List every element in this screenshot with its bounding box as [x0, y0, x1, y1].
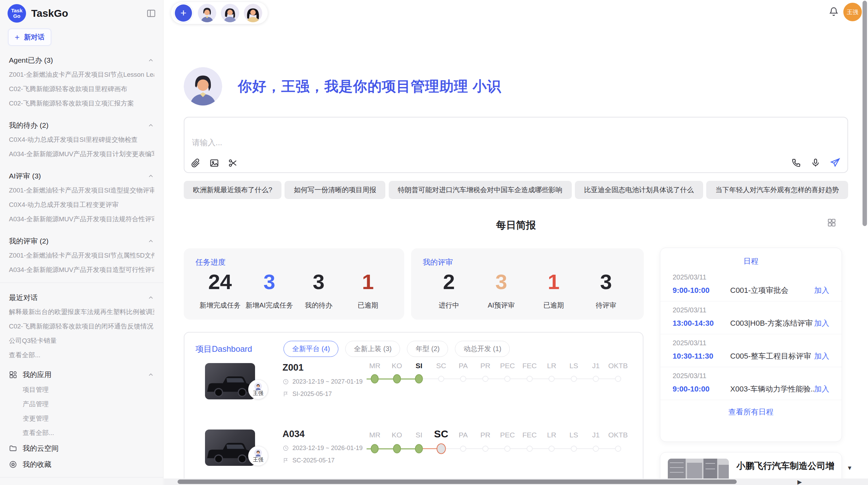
agent-avatar-1[interactable]	[198, 4, 216, 22]
scroll-down-arrow[interactable]: ▼	[847, 465, 853, 471]
project-row-z001[interactable]: 王强 Z001 2023-12-19 ~ 2027-01-19 SI-2025-…	[205, 360, 632, 426]
microphone-icon[interactable]	[810, 158, 821, 168]
sidebar-item[interactable]: C0X4-动力总成开发项目工程变更评审	[9, 198, 154, 212]
join-meeting-link[interactable]: 加入	[814, 285, 829, 296]
sidebar-item[interactable]: C02-飞腾新能源轻客改款项目立项汇报方案	[9, 96, 154, 111]
sidebar-item-view-all[interactable]: 查看全部...	[9, 348, 154, 362]
schedule-time: 13:00-14:30	[673, 319, 730, 328]
vertical-scrollbar[interactable]	[863, 0, 867, 478]
input-toolbar-left	[191, 158, 238, 168]
sidebar-item[interactable]: C02-飞腾新能源轻客改款项目里程碑画布	[9, 82, 154, 96]
horizontal-scrollbar[interactable]	[164, 478, 868, 485]
agent-avatar-2[interactable]	[221, 4, 239, 22]
stat-label: AI预评审	[475, 301, 528, 310]
section-agent-done[interactable]: Agent已办 (3)	[9, 53, 154, 67]
section-my-review[interactable]: 我的评审 (2)	[9, 234, 154, 248]
app-logo: Task Go	[8, 4, 26, 23]
collapse-sidebar-icon[interactable]	[146, 8, 156, 18]
agent-switcher: +	[171, 2, 268, 24]
horizontal-scrollbar-thumb[interactable]	[178, 480, 737, 484]
sidebar-item[interactable]: A034-全新新能源MUV产品开发项目法规符合性评审	[9, 212, 154, 226]
project-dashboard-card: 项目Dashboard 全新平台 (4) 全新上装 (3) 年型 (2) 动总开…	[184, 332, 643, 485]
stat-overdue: 1 已逾期	[343, 268, 393, 310]
suggestion-chip[interactable]: 特朗普可能对进口汽车增税会对中国车企造成哪些影响	[389, 181, 572, 199]
agent-avatar-3[interactable]	[244, 4, 262, 22]
sidebar-item-project-mgmt[interactable]: 项目管理	[9, 383, 154, 397]
sidebar-item-product-mgmt[interactable]: 产品管理	[9, 397, 154, 411]
sidebar-item[interactable]: Z001-全新燃油皮卡产品开发项目SI节点Lesson Learn报告	[9, 67, 154, 82]
milestone-labels: MR KO SI SC PA PR PEC FEC LR LS J1 OKTB	[364, 362, 629, 370]
project-name: A034	[282, 429, 363, 439]
user-avatar-label: 王强	[847, 8, 858, 16]
clock-icon	[282, 445, 289, 451]
send-icon[interactable]	[830, 157, 841, 168]
plus-icon: +	[175, 4, 192, 22]
project-vehicle-image	[205, 363, 255, 399]
sidebar-item-my-apps[interactable]: 我的应用	[9, 366, 154, 383]
milestone-dot-done	[393, 374, 401, 384]
tab-new-body[interactable]: 全新上装 (3)	[345, 341, 400, 357]
join-meeting-link[interactable]: 加入	[814, 384, 829, 394]
milestone-timeline: MR KO SI SC PA PR PEC FEC LR LS J1 OKTB	[364, 362, 629, 387]
sidebar-item[interactable]: A034-全新新能源MUV产品开发项目造型可行性评审	[9, 263, 154, 277]
vertical-scrollbar-thumb[interactable]	[863, 1, 867, 226]
sidebar-item[interactable]: C0X4-动力总成开发项目SI里程碑提交物检查	[9, 133, 154, 147]
user-avatar[interactable]: 王强	[843, 3, 862, 21]
new-chat-button[interactable]: + 新对话	[8, 29, 51, 46]
sidebar-item-ai-staff[interactable]: AI超级员工	[9, 481, 154, 485]
sidebar-item[interactable]: C02-飞腾新能源轻客改款项目的闭环通告反馈情况	[9, 319, 154, 334]
section-ai-review[interactable]: AI评审 (3)	[9, 169, 154, 183]
notifications-bell-icon[interactable]	[828, 6, 839, 17]
schedule-date: 2025/03/11	[673, 372, 829, 380]
schedule-entry: 2025/03/11 9:00-10:00 X003-车辆动力学性能验... 加…	[660, 367, 842, 400]
suggestion-chip[interactable]: 欧洲新规最近颁布了什么?	[184, 181, 281, 199]
schedule-event-title: C001-立项审批会	[730, 285, 814, 296]
project-row-a034[interactable]: 王强 A034 2023-12-19 ~ 2026-01-19 SC-2025-…	[205, 426, 632, 485]
project-info: A034 2023-12-19 ~ 2026-01-19 SC-2025-05-…	[282, 429, 363, 464]
join-meeting-link[interactable]: 加入	[814, 318, 829, 328]
suggestion-chip[interactable]: 比亚迪全固态电池计划具体说了什么	[575, 181, 703, 199]
section-title: Agent已办 (3)	[9, 55, 53, 65]
sidebar-item[interactable]: Z001-全新燃油轻卡产品开发项目SI造型提交物评审	[9, 183, 154, 198]
sidebar-item[interactable]: 公司Q3轻卡销量	[9, 334, 154, 348]
sidebar-item[interactable]: Z001-全新燃油轻卡产品开发项目SI节点属性5D文件评审	[9, 248, 154, 263]
image-icon[interactable]	[209, 158, 219, 168]
scissors-icon[interactable]	[228, 158, 238, 168]
sidebar-item-change-mgmt[interactable]: 变更管理	[9, 411, 154, 426]
tab-new-platform[interactable]: 全新平台 (4)	[284, 341, 338, 357]
milestone-dot-future	[438, 376, 444, 382]
phone-icon[interactable]	[791, 158, 801, 168]
milestone-dot-future	[615, 446, 621, 452]
sidebar-item-apps-view-all[interactable]: 查看全部...	[9, 426, 154, 440]
sidebar-item[interactable]: 解释最新出台的欧盟报废车法规再生塑料比例被调至15%...	[9, 305, 154, 319]
flag-icon	[282, 457, 289, 464]
tab-year-model[interactable]: 年型 (2)	[407, 341, 448, 357]
tab-powertrain[interactable]: 动总开发 (1)	[455, 341, 510, 357]
join-meeting-link[interactable]: 加入	[814, 351, 829, 361]
section-recent-chats[interactable]: 最近对话	[9, 290, 154, 305]
sidebar-item-favorites[interactable]: 我的收藏	[9, 456, 154, 472]
add-agent-button[interactable]: +	[173, 3, 193, 23]
active-milestone-label: SI	[408, 362, 430, 370]
stat-value: 1	[343, 268, 393, 296]
apps-grid-icon	[9, 371, 17, 379]
chevron-up-icon	[147, 294, 154, 301]
scroll-right-arrow[interactable]: ▶	[797, 479, 802, 485]
project-info: Z001 2023-12-19 ~ 2027-01-19 SI-2025-05-…	[282, 362, 363, 398]
milestone-dot-future	[548, 446, 555, 452]
sidebar-item-cloud-space[interactable]: 我的云空间	[9, 440, 154, 456]
sidebar-item[interactable]: A034-全新新能源MUV产品开发项目计划变更表编写	[9, 147, 154, 161]
chat-input-card[interactable]: 请输入...	[184, 117, 848, 173]
schedule-time: 10:30-11:30	[673, 352, 730, 361]
stat-value: 2	[423, 268, 475, 296]
view-all-schedule-link[interactable]: 查看所有日程	[660, 400, 842, 424]
milestone-dot-future	[571, 376, 577, 382]
attachment-icon[interactable]	[191, 158, 201, 168]
suggestion-chip[interactable]: 当下年轻人对汽车外观有怎样的喜好趋势	[706, 181, 848, 199]
stat-label: 我的待办	[294, 301, 343, 310]
suggestion-chip[interactable]: 如何写一份清晰的项目周报	[285, 181, 385, 199]
milestone-dot-future	[571, 446, 577, 452]
briefing-layout-icon[interactable]	[827, 218, 836, 227]
section-my-todo[interactable]: 我的待办 (2)	[9, 118, 154, 133]
card-title: 任务进度	[195, 257, 393, 268]
